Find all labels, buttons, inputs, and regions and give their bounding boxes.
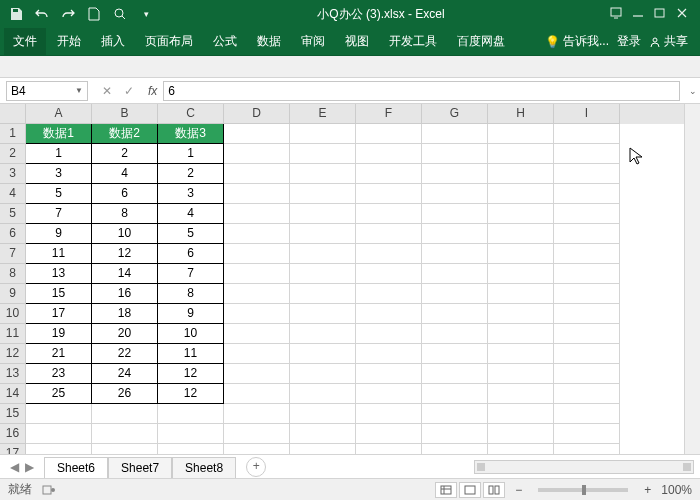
row-header[interactable]: 1 [0, 124, 26, 144]
tab-review[interactable]: 审阅 [292, 28, 334, 55]
cell[interactable] [554, 224, 620, 244]
tab-insert[interactable]: 插入 [92, 28, 134, 55]
cell[interactable] [356, 284, 422, 304]
cell[interactable]: 21 [26, 344, 92, 364]
tab-home[interactable]: 开始 [48, 28, 90, 55]
cell[interactable] [224, 444, 290, 454]
new-icon[interactable] [86, 6, 102, 22]
cell[interactable] [554, 164, 620, 184]
cell[interactable]: 11 [158, 344, 224, 364]
cell[interactable] [224, 124, 290, 144]
col-header[interactable]: G [422, 104, 488, 124]
col-header[interactable]: A [26, 104, 92, 124]
cell[interactable] [488, 344, 554, 364]
cell[interactable] [356, 324, 422, 344]
cell[interactable] [356, 344, 422, 364]
close-icon[interactable] [676, 7, 690, 21]
row-header[interactable]: 15 [0, 404, 26, 424]
view-normal-icon[interactable] [435, 482, 457, 498]
cell[interactable] [422, 144, 488, 164]
cell[interactable] [488, 384, 554, 404]
cell[interactable] [554, 404, 620, 424]
cell[interactable]: 9 [26, 224, 92, 244]
cell[interactable]: 4 [92, 164, 158, 184]
cancel-formula-icon[interactable]: ✕ [100, 84, 114, 98]
cell[interactable] [422, 404, 488, 424]
cell[interactable]: 数据2 [92, 124, 158, 144]
cell[interactable]: 13 [26, 264, 92, 284]
cell[interactable] [290, 364, 356, 384]
cell[interactable] [290, 224, 356, 244]
cell[interactable] [356, 224, 422, 244]
cell[interactable] [290, 244, 356, 264]
ribbon-opts-icon[interactable] [610, 7, 624, 21]
cell[interactable] [422, 284, 488, 304]
cell[interactable] [488, 144, 554, 164]
cell[interactable] [422, 204, 488, 224]
cell[interactable] [158, 404, 224, 424]
col-header[interactable]: D [224, 104, 290, 124]
cell[interactable] [92, 444, 158, 454]
maximize-icon[interactable] [654, 7, 668, 21]
cell[interactable] [158, 444, 224, 454]
cell[interactable]: 12 [158, 364, 224, 384]
tab-formulas[interactable]: 公式 [204, 28, 246, 55]
vertical-scrollbar[interactable] [684, 104, 700, 454]
cell[interactable] [356, 244, 422, 264]
sheet-tab[interactable]: Sheet7 [108, 457, 172, 479]
cell[interactable] [290, 164, 356, 184]
cell[interactable]: 15 [26, 284, 92, 304]
cell[interactable] [554, 124, 620, 144]
row-header[interactable]: 8 [0, 264, 26, 284]
cell[interactable] [224, 384, 290, 404]
cell[interactable] [356, 384, 422, 404]
cell[interactable]: 2 [92, 144, 158, 164]
cell[interactable] [554, 344, 620, 364]
redo-icon[interactable] [60, 6, 76, 22]
cell[interactable]: 19 [26, 324, 92, 344]
cell[interactable] [92, 424, 158, 444]
cell[interactable] [224, 164, 290, 184]
cell[interactable] [224, 324, 290, 344]
cell[interactable]: 数据1 [26, 124, 92, 144]
cell[interactable]: 8 [92, 204, 158, 224]
col-header[interactable]: F [356, 104, 422, 124]
qat-dropdown-icon[interactable]: ▾ [138, 6, 154, 22]
cell[interactable]: 23 [26, 364, 92, 384]
cell[interactable]: 18 [92, 304, 158, 324]
cell[interactable] [26, 444, 92, 454]
cell[interactable] [488, 444, 554, 454]
row-header[interactable]: 16 [0, 424, 26, 444]
cell[interactable] [488, 204, 554, 224]
sheet-tab[interactable]: Sheet6 [44, 457, 108, 479]
cell[interactable] [224, 404, 290, 424]
zoom-level[interactable]: 100% [661, 483, 692, 497]
formula-bar[interactable]: 6 [163, 81, 680, 101]
add-sheet-button[interactable]: + [246, 457, 266, 477]
cell[interactable]: 12 [158, 384, 224, 404]
row-header[interactable]: 3 [0, 164, 26, 184]
cell[interactable] [422, 184, 488, 204]
cell[interactable]: 17 [26, 304, 92, 324]
cell[interactable]: 5 [158, 224, 224, 244]
cell[interactable]: 3 [26, 164, 92, 184]
cell[interactable] [224, 264, 290, 284]
row-header[interactable]: 12 [0, 344, 26, 364]
cell[interactable] [488, 124, 554, 144]
cell[interactable] [356, 364, 422, 384]
cell[interactable] [422, 384, 488, 404]
zoom-in-button[interactable]: + [644, 483, 651, 497]
cell[interactable] [554, 184, 620, 204]
cell[interactable] [554, 304, 620, 324]
cell[interactable] [554, 424, 620, 444]
cell[interactable] [290, 444, 356, 454]
cell[interactable] [26, 424, 92, 444]
cell[interactable] [488, 224, 554, 244]
cell[interactable] [554, 444, 620, 454]
cell[interactable]: 2 [158, 164, 224, 184]
cell[interactable]: 7 [26, 204, 92, 224]
cell[interactable] [422, 344, 488, 364]
cell[interactable] [356, 444, 422, 454]
minimize-icon[interactable] [632, 7, 646, 21]
view-pagebreak-icon[interactable] [483, 482, 505, 498]
